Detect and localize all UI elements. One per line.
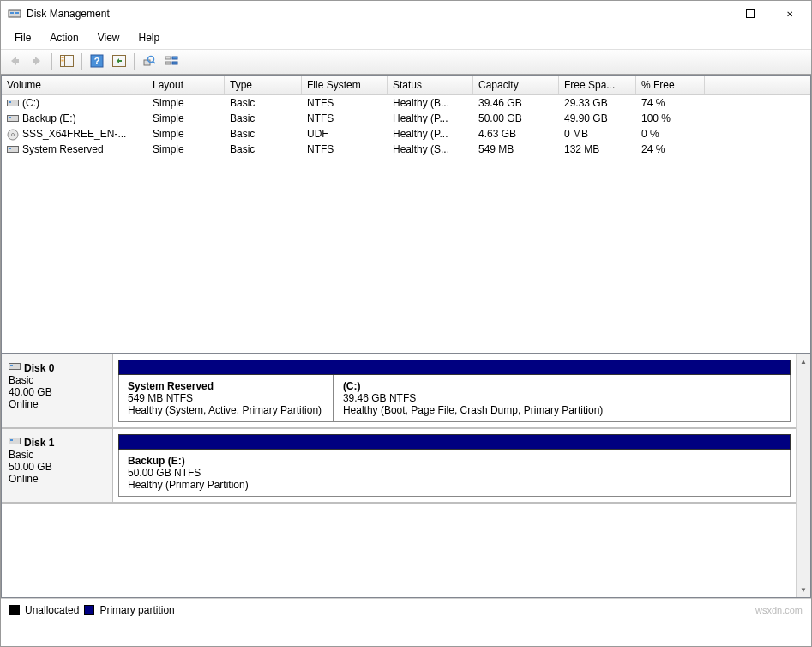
- vertical-scrollbar[interactable]: ▲ ▼: [796, 354, 810, 597]
- disk-size: 50.00 GB: [9, 461, 105, 473]
- partition-block[interactable]: (C:)39.46 GB NTFSHealthy (Boot, Page Fil…: [334, 375, 791, 422]
- console-tree-icon: [60, 55, 74, 70]
- disk-icon: [9, 361, 21, 374]
- disk-info-panel[interactable]: Disk 0Basic40.00 GBOnline: [2, 354, 113, 427]
- volume-type: Basic: [225, 111, 302, 126]
- volume-icon: [7, 98, 19, 108]
- settings-button[interactable]: [161, 52, 182, 71]
- disk-type: Basic: [9, 449, 105, 461]
- volume-name: (C:): [22, 97, 39, 109]
- volume-name: SSS_X64FREE_EN-...: [22, 128, 126, 140]
- list-settings-icon: [165, 55, 178, 70]
- column-header-type[interactable]: Type: [225, 76, 302, 94]
- minimize-button[interactable]: —: [691, 1, 731, 27]
- disk-icon: [9, 436, 21, 449]
- svg-rect-19: [9, 101, 11, 103]
- partition-info: 50.00 GB NTFS: [128, 467, 781, 479]
- volume-capacity: 4.63 GB: [473, 126, 559, 142]
- disk-name: Disk 1: [24, 437, 54, 449]
- disk-row: Disk 1Basic50.00 GBOnlineBackup (E:)50.0…: [2, 429, 796, 504]
- volume-layout: Simple: [147, 111, 225, 126]
- partition-status: Healthy (Primary Partition): [128, 479, 781, 491]
- disk-partitions: Backup (E:)50.00 GB NTFSHealthy (Primary…: [113, 429, 796, 502]
- volume-free-space: 0 MB: [559, 126, 636, 142]
- disk-info-panel[interactable]: Disk 1Basic50.00 GBOnline: [2, 429, 113, 502]
- disk-state: Online: [9, 473, 105, 485]
- toolbar: ?: [1, 49, 811, 75]
- legend-label-primary: Primary partition: [99, 604, 174, 616]
- menu-action[interactable]: Action: [41, 28, 87, 47]
- volume-percent-free: 0 %: [636, 126, 705, 142]
- volume-percent-free: 24 %: [636, 142, 705, 157]
- volume-free-space: 29.33 GB: [559, 95, 636, 111]
- column-header-layout[interactable]: Layout: [147, 76, 225, 94]
- volume-filesystem: UDF: [302, 126, 388, 142]
- column-header-capacity[interactable]: Capacity: [473, 76, 559, 94]
- scroll-up-icon[interactable]: ▲: [797, 354, 810, 369]
- properties-button[interactable]: [139, 52, 159, 71]
- volume-layout: Simple: [147, 126, 225, 142]
- volume-icon: [7, 113, 19, 124]
- volume-filesystem: NTFS: [302, 95, 388, 111]
- back-button[interactable]: [4, 52, 25, 71]
- volume-list-body: (C:)SimpleBasicNTFSHealthy (B...39.46 GB…: [2, 95, 810, 353]
- show-hide-console-button[interactable]: [57, 52, 77, 71]
- toolbar-separator: [134, 53, 135, 70]
- close-button[interactable]: ✕: [770, 1, 809, 27]
- maximize-button[interactable]: [731, 1, 770, 27]
- volume-status: Healthy (B...: [388, 95, 473, 111]
- window-title: Disk Management: [27, 8, 691, 20]
- column-header-free-space[interactable]: Free Spa...: [559, 76, 636, 94]
- volume-type: Basic: [225, 95, 302, 111]
- legend-swatch-primary: [84, 605, 94, 615]
- toolbar-separator: [51, 53, 52, 70]
- partition-status: Healthy (Boot, Page File, Crash Dump, Pr…: [343, 404, 781, 416]
- forward-button[interactable]: [27, 52, 47, 71]
- volume-status: Healthy (P...: [388, 126, 473, 142]
- volume-name: System Reserved: [22, 143, 104, 155]
- app-icon: [8, 7, 21, 21]
- volume-capacity: 549 MB: [473, 142, 559, 157]
- volume-icon: [7, 129, 19, 139]
- svg-rect-2: [15, 12, 19, 14]
- disk-rows-container: Disk 0Basic40.00 GBOnlineSystem Reserved…: [2, 354, 796, 597]
- disk-type: Basic: [9, 374, 105, 386]
- partition-block[interactable]: System Reserved549 MB NTFSHealthy (Syste…: [118, 375, 334, 422]
- menu-file[interactable]: File: [6, 28, 39, 47]
- refresh-button[interactable]: [109, 52, 129, 71]
- volume-row[interactable]: System ReservedSimpleBasicNTFSHealthy (S…: [2, 142, 810, 157]
- partition-info: 549 MB NTFS: [128, 392, 324, 404]
- column-header-percent-free[interactable]: % Free: [636, 76, 705, 94]
- column-header-volume[interactable]: Volume: [2, 76, 147, 94]
- volume-free-space: 132 MB: [559, 142, 636, 157]
- column-header-status[interactable]: Status: [388, 76, 473, 94]
- help-button[interactable]: ?: [87, 52, 107, 71]
- svg-rect-29: [10, 439, 13, 441]
- menu-view[interactable]: View: [89, 28, 129, 47]
- disk-partitions: System Reserved549 MB NTFSHealthy (Syste…: [113, 354, 796, 427]
- volume-icon: [7, 144, 19, 154]
- volume-layout: Simple: [147, 142, 225, 157]
- svg-rect-6: [62, 57, 64, 58]
- volume-row[interactable]: Backup (E:)SimpleBasicNTFSHealthy (P...5…: [2, 111, 810, 126]
- volume-row[interactable]: SSS_X64FREE_EN-...SimpleBasicUDFHealthy …: [2, 126, 810, 142]
- svg-rect-15: [165, 62, 171, 64]
- svg-rect-7: [62, 59, 64, 61]
- volume-percent-free: 100 %: [636, 111, 705, 126]
- legend: Unallocated Primary partition wsxdn.com: [1, 598, 811, 621]
- properties-icon: [142, 55, 156, 70]
- menu-help[interactable]: Help: [130, 28, 169, 47]
- volume-row[interactable]: (C:)SimpleBasicNTFSHealthy (B...39.46 GB…: [2, 95, 810, 111]
- volume-type: Basic: [225, 142, 302, 157]
- volume-capacity: 50.00 GB: [473, 111, 559, 126]
- disk-color-bar: [118, 360, 791, 375]
- svg-rect-14: [165, 57, 171, 59]
- column-header-filesystem[interactable]: File System: [302, 76, 388, 94]
- partition-name: System Reserved: [128, 380, 324, 392]
- scrollbar-track[interactable]: [797, 369, 810, 583]
- volume-percent-free: 74 %: [636, 95, 705, 111]
- scroll-down-icon[interactable]: ▼: [797, 583, 810, 597]
- partition-block[interactable]: Backup (E:)50.00 GB NTFSHealthy (Primary…: [118, 450, 791, 497]
- volume-capacity: 39.46 GB: [473, 95, 559, 111]
- svg-text:?: ?: [94, 56, 100, 66]
